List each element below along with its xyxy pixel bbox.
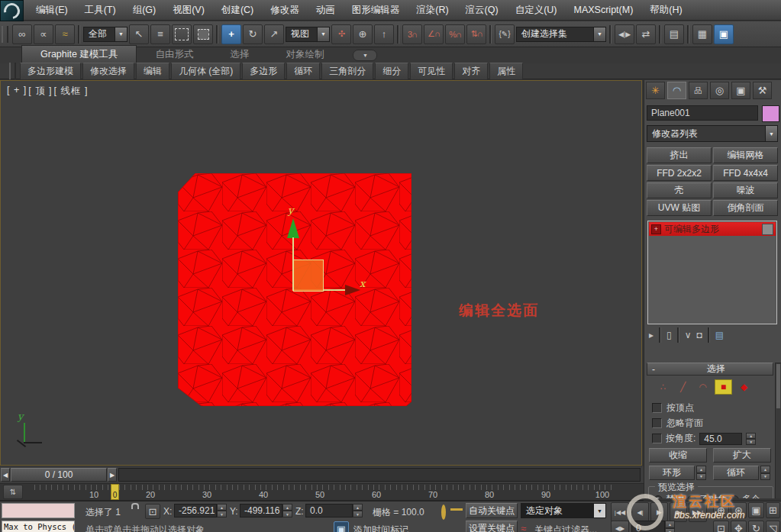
bind-to-spacewarp-icon[interactable]: ≈: [55, 24, 75, 44]
gizmo-y-arrow[interactable]: [287, 218, 299, 238]
modifier-button-ffd4[interactable]: FFD 4x4x4: [713, 165, 778, 181]
select-and-link-icon[interactable]: ∞: [12, 24, 32, 44]
vertex-subobject-icon[interactable]: ∴: [655, 380, 671, 394]
track-bar[interactable]: ⇅ 10 20 30 40 50 60 70 80 90 100 0: [0, 484, 644, 501]
chevron-down-icon[interactable]: ▼: [115, 27, 127, 41]
snap-angle-button[interactable]: ∠∩: [424, 24, 444, 44]
border-subobject-icon[interactable]: ◠: [695, 380, 711, 394]
ribbon-panel-polygon-modeling[interactable]: 多边形建模: [20, 63, 81, 80]
ignore-backfacing-checkbox[interactable]: [652, 418, 662, 428]
render-setup-button[interactable]: ▣: [714, 24, 734, 44]
menu-item-rendering[interactable]: 渲染(R): [408, 2, 457, 19]
ribbon-panel-align[interactable]: 对齐: [454, 63, 488, 80]
select-manipulate-button[interactable]: ✣: [331, 24, 351, 44]
menu-item-graph-editors[interactable]: 图形编辑器: [344, 2, 408, 19]
named-sets-dropdown[interactable]: 创建选择集 ▼: [516, 27, 606, 42]
prev-frame-arrow[interactable]: ◀: [1, 468, 10, 482]
mirror-button[interactable]: ◀|▶: [615, 24, 634, 44]
key-filter-curve-icon[interactable]: ≈: [521, 523, 526, 532]
selection-rollout-header[interactable]: - 选择: [647, 363, 773, 376]
snap-3d-button[interactable]: 3∩: [402, 24, 422, 44]
ribbon-tab-object-paint[interactable]: 对象绘制: [267, 46, 342, 63]
y-coord-spinner[interactable]: ▲▼: [282, 504, 292, 517]
scrollbar-thumb[interactable]: [776, 364, 780, 408]
configure-modifier-sets-icon[interactable]: ▤: [715, 330, 724, 340]
x-coord-spinner[interactable]: ▲▼: [217, 504, 227, 517]
modifier-button-ffd2[interactable]: FFD 2x2x2: [647, 165, 712, 181]
rotate-button[interactable]: ↻: [243, 24, 263, 44]
viewport-top[interactable]: [ + ] [ 顶 ] [ 线框 ] y x 编辑全选面: [0, 80, 642, 466]
time-slider-track[interactable]: [118, 468, 641, 482]
ribbon-minimize-dropdown[interactable]: ▼: [353, 50, 377, 61]
window-crossing-button[interactable]: [193, 24, 213, 44]
ribbon-tab-freeform[interactable]: 自由形式: [137, 46, 211, 63]
edge-subobject-icon[interactable]: ╱: [675, 380, 691, 394]
snap-percent-button[interactable]: %∩: [445, 24, 465, 44]
stack-item-editable-poly[interactable]: + 可编辑多边形: [649, 222, 776, 236]
modifier-button-extrude[interactable]: 挤出: [647, 147, 712, 163]
x-coord-field[interactable]: -256.921: [174, 504, 217, 517]
add-time-tag[interactable]: 添加时间标记: [353, 524, 408, 532]
polygon-subobject-icon[interactable]: ■: [715, 379, 732, 395]
loop-spinner[interactable]: ▲▼: [760, 466, 770, 480]
unlink-selection-icon[interactable]: ∝: [34, 24, 53, 44]
panel-scrollbar[interactable]: [775, 363, 781, 498]
toolbar-drag-handle[interactable]: [2, 26, 8, 43]
maxscript-listener-pane[interactable]: Max to Physcs (: [2, 521, 75, 532]
shrink-button[interactable]: 收缩: [649, 448, 707, 463]
modifier-button-bevel-profile[interactable]: 倒角剖面: [713, 200, 778, 216]
ribbon-panel-edit[interactable]: 编辑: [136, 63, 169, 80]
ribbon-panel-visibility[interactable]: 可见性: [410, 63, 453, 80]
keyboard-override-button[interactable]: ↑: [374, 24, 394, 44]
utilities-tab-icon[interactable]: ⚒: [753, 82, 772, 99]
menu-item-maxscript[interactable]: MAXScript(M): [566, 2, 642, 18]
show-end-result-icon[interactable]: ▯: [666, 330, 672, 340]
object-name-field[interactable]: Plane001: [647, 105, 758, 121]
modifier-list-dropdown[interactable]: 修改器列表 ▼: [647, 125, 778, 142]
macro-recorder-pane[interactable]: [2, 503, 75, 518]
next-frame-arrow[interactable]: ▶: [108, 468, 117, 482]
rollout-collapse-icon[interactable]: -: [647, 364, 660, 375]
menu-item-customize[interactable]: 自定义(U): [507, 2, 566, 19]
move-button[interactable]: +: [221, 24, 241, 44]
menu-item-rendercloud[interactable]: 渲云(Q): [457, 2, 507, 19]
y-coord-field[interactable]: -499.116: [240, 504, 282, 517]
ribbon-tab-selection[interactable]: 选择: [211, 46, 267, 63]
display-tab-icon[interactable]: ▣: [731, 82, 750, 99]
ribbon-panel-tris[interactable]: 三角剖分: [321, 63, 373, 80]
viewport-menu-general[interactable]: [ + ]: [7, 85, 27, 98]
app-logo-button[interactable]: [0, 0, 24, 21]
menu-item-group[interactable]: 组(G): [124, 2, 165, 19]
stack-onoff-icon[interactable]: [762, 224, 773, 235]
ribbon-panel-loops[interactable]: 循环: [286, 63, 320, 80]
align-button[interactable]: ⇄: [636, 24, 656, 44]
ribbon-panel-polygons[interactable]: 多边形: [242, 63, 285, 80]
viewport-menu-shading[interactable]: [ 线框 ]: [54, 85, 89, 98]
menu-item-modifiers[interactable]: 修改器: [262, 2, 308, 19]
gizmo-xy-plane-handle[interactable]: [293, 260, 324, 292]
mini-curve-editor-button[interactable]: ⇅: [3, 485, 23, 499]
time-slider-handle[interactable]: 0 / 100: [11, 468, 107, 482]
coordsys-dropdown[interactable]: 视图 ▼: [286, 27, 330, 42]
by-angle-checkbox[interactable]: [652, 434, 662, 443]
ring-spinner[interactable]: ▲▼: [696, 466, 706, 480]
selection-region-button[interactable]: [172, 24, 192, 44]
key-filters-button[interactable]: 关键点过滤器...: [534, 524, 597, 532]
angle-value-field[interactable]: 45.0: [699, 433, 742, 445]
menu-item-animation[interactable]: 动画: [308, 2, 344, 19]
motion-tab-icon[interactable]: ◎: [710, 82, 729, 99]
expand-icon[interactable]: +: [651, 224, 661, 234]
menu-item-help[interactable]: 帮助(H): [641, 2, 690, 19]
ribbon-panel-subdivision[interactable]: 细分: [375, 63, 408, 80]
modify-tab-icon[interactable]: ◠: [667, 82, 686, 99]
select-by-name-button[interactable]: ≡: [150, 24, 170, 44]
make-unique-icon[interactable]: ∨: [685, 330, 692, 340]
menu-item-views[interactable]: 视图(V): [164, 2, 213, 19]
loop-button[interactable]: 循环: [713, 466, 759, 480]
modifier-button-uvw-map[interactable]: UVW 贴图: [647, 200, 712, 216]
use-center-button[interactable]: ⊕: [353, 24, 373, 44]
set-key-button[interactable]: 设置关键点: [466, 521, 518, 532]
create-tab-icon[interactable]: ✳: [646, 82, 665, 99]
z-coord-field[interactable]: 0.0: [305, 504, 353, 517]
menu-item-edit[interactable]: 编辑(E): [27, 2, 76, 19]
